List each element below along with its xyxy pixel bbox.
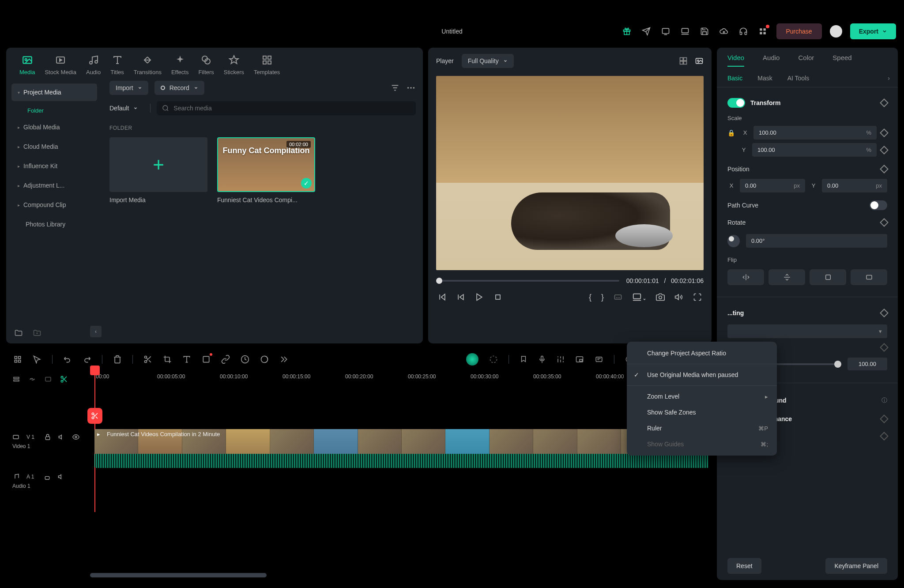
aspect-lock-icon[interactable]: 🔒	[727, 129, 735, 136]
timeline-video-clip[interactable]: ▸ Funniest Cat Videos Compilation in 2 M…	[94, 429, 709, 454]
mute-icon[interactable]	[58, 473, 65, 480]
purchase-button[interactable]: Purchase	[776, 23, 822, 39]
sidebar-cloud-media[interactable]: ▸Cloud Media	[11, 138, 97, 155]
visibility-icon[interactable]	[72, 433, 79, 441]
flip-reset-button[interactable]	[810, 269, 846, 285]
flip-fit-button[interactable]	[851, 269, 887, 285]
prop-tab-speed[interactable]: Speed	[832, 54, 851, 67]
gift-icon[interactable]	[621, 26, 633, 37]
send-icon[interactable]	[640, 26, 652, 37]
info-icon[interactable]: ⓘ	[881, 396, 887, 404]
prop-sub-mask[interactable]: Mask	[757, 75, 772, 82]
cloud-icon[interactable]	[718, 26, 730, 37]
track-auto-icon[interactable]	[60, 375, 68, 383]
keyframe-icon[interactable]	[880, 432, 889, 441]
playhead-cut-icon[interactable]	[87, 408, 102, 424]
keyframe-icon[interactable]	[880, 98, 889, 107]
scale-x-input[interactable]: 100.00%	[753, 126, 877, 139]
tab-stickers[interactable]: Stickers	[224, 54, 244, 75]
reset-button[interactable]: Reset	[727, 558, 761, 574]
shape-icon[interactable]	[202, 355, 211, 364]
expand-icon[interactable]	[279, 355, 288, 364]
prop-tab-audio[interactable]: Audio	[763, 54, 780, 67]
fullscreen-icon[interactable]	[693, 293, 702, 302]
new-folder-icon[interactable]	[14, 328, 23, 337]
lock-icon[interactable]	[44, 433, 51, 441]
magnet-icon[interactable]	[13, 355, 22, 364]
import-dropdown[interactable]: Import	[109, 81, 148, 95]
crop-icon[interactable]	[163, 355, 172, 364]
sidebar-compound-clip[interactable]: ▸Compound Clip	[11, 196, 97, 214]
apps-icon[interactable]	[757, 26, 768, 37]
tab-media[interactable]: Media	[19, 54, 35, 75]
tab-filters[interactable]: Filters	[198, 54, 214, 75]
timeline-audio-wave[interactable]	[94, 454, 709, 468]
import-media-card[interactable]: +	[109, 137, 207, 192]
menu-safe-zones[interactable]: Show Safe Zones	[627, 404, 777, 420]
picture-in-picture-icon[interactable]	[575, 355, 584, 363]
more-icon[interactable]	[406, 83, 416, 93]
lock-icon[interactable]	[44, 473, 51, 480]
player-viewport[interactable]	[436, 76, 704, 270]
delete-icon[interactable]	[113, 355, 122, 364]
new-bin-icon[interactable]	[33, 328, 41, 337]
sidebar-global-media[interactable]: ▸Global Media	[11, 118, 97, 136]
play-reverse-icon[interactable]	[456, 293, 465, 302]
tab-titles[interactable]: Titles	[110, 54, 124, 75]
keyframe-panel-button[interactable]: Keyframe Panel	[825, 558, 887, 574]
sidebar-folder[interactable]: Folder	[11, 103, 97, 118]
path-curve-toggle[interactable]	[870, 200, 887, 210]
picture-icon[interactable]	[695, 57, 704, 65]
subtitle-icon[interactable]	[614, 293, 622, 302]
ai-assistant-icon[interactable]	[466, 353, 478, 366]
play-icon[interactable]	[475, 293, 484, 302]
search-input[interactable]	[157, 101, 416, 115]
flip-vertical-button[interactable]	[768, 269, 805, 285]
menu-use-original[interactable]: ✓Use Original Media when paused	[627, 367, 777, 383]
record-dropdown[interactable]: Record	[154, 81, 204, 95]
sidebar-influence-kit[interactable]: ▸Influence Kit	[11, 157, 97, 175]
tab-effects[interactable]: Effects	[171, 54, 189, 75]
prev-frame-icon[interactable]	[438, 293, 447, 302]
tab-templates[interactable]: Templates	[254, 54, 280, 75]
headphones-icon[interactable]	[738, 26, 749, 37]
text-icon[interactable]	[182, 355, 191, 364]
opacity-value[interactable]: 100.00	[848, 358, 887, 370]
tab-audio[interactable]: Audio	[86, 54, 101, 75]
player-scrubber[interactable]	[436, 280, 619, 282]
undo-icon[interactable]	[63, 355, 72, 364]
keyframe-icon[interactable]	[880, 128, 889, 137]
link-icon[interactable]	[221, 355, 230, 364]
mark-in-icon[interactable]: {	[589, 293, 591, 302]
split-icon[interactable]	[143, 355, 152, 364]
quality-dropdown[interactable]: Full Quality	[462, 54, 514, 68]
redo-icon[interactable]	[83, 355, 91, 364]
track-header-icon[interactable]	[12, 375, 20, 383]
keyframe-icon[interactable]	[880, 343, 889, 352]
scale-y-input[interactable]: 100.00%	[752, 143, 877, 157]
grid-view-icon[interactable]	[679, 57, 688, 65]
media-clip-card[interactable]: Funny Cat Compilation 00:02:00 ✓	[217, 137, 315, 192]
rotate-knob[interactable]	[727, 235, 740, 247]
snapshot-icon[interactable]	[656, 293, 665, 302]
sidebar-project-media[interactable]: ▾Project Media	[11, 83, 97, 101]
filter-icon[interactable]	[390, 83, 400, 93]
volume-icon[interactable]	[674, 293, 683, 302]
prop-tab-color[interactable]: Color	[798, 54, 814, 67]
prop-tab-video[interactable]: Video	[727, 54, 744, 67]
display-settings-icon[interactable]	[632, 292, 646, 302]
sidebar-photos-library[interactable]: Photos Library	[11, 215, 97, 233]
stop-icon[interactable]	[493, 293, 502, 302]
tab-transitions[interactable]: Transitions	[134, 54, 162, 75]
select-icon[interactable]	[33, 355, 41, 364]
flip-horizontal-button[interactable]	[727, 269, 764, 285]
keyframe-icon[interactable]	[880, 309, 889, 317]
speed-icon[interactable]	[241, 355, 249, 364]
track-cut-icon[interactable]	[44, 375, 52, 383]
render-icon[interactable]	[489, 355, 498, 364]
mark-out-icon[interactable]: }	[601, 293, 604, 302]
audio-mixer-icon[interactable]	[557, 355, 565, 364]
keyframe-icon[interactable]	[880, 218, 889, 227]
marker-icon[interactable]	[520, 355, 527, 364]
track-link-icon[interactable]	[28, 375, 36, 383]
